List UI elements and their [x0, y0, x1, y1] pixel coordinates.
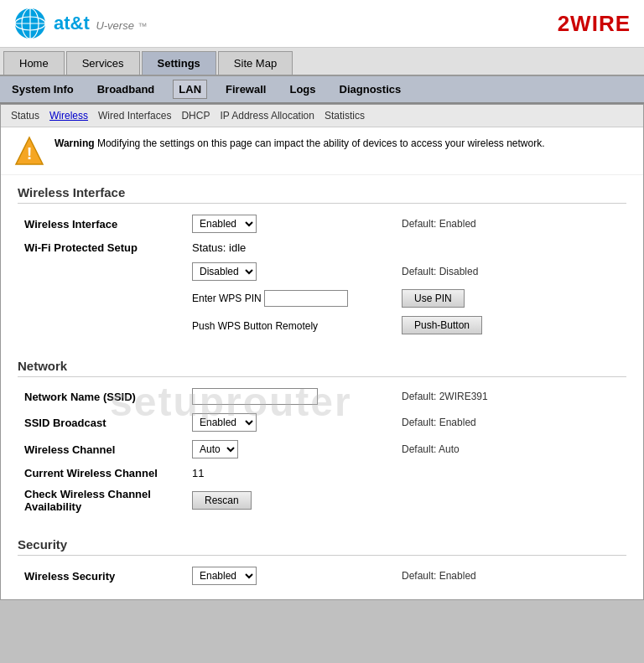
wireless-interface-title: Wireless Interface	[18, 185, 626, 204]
twowire-logo: 2WIRE	[558, 11, 631, 37]
channel-select[interactable]: Auto 1234 5678 91011	[192, 440, 238, 458]
use-pin-button[interactable]: Use PIN	[402, 289, 465, 308]
wps-default-empty	[395, 237, 626, 258]
warning-icon: !	[14, 136, 44, 166]
current-channel-default	[395, 463, 626, 484]
warning-text: Warning Modifying the settings on this p…	[55, 136, 545, 151]
content-wrapper: setuprouter ! Warning Modifying the sett…	[1, 127, 643, 599]
ssid-label: Network Name (SSID)	[18, 384, 185, 409]
nav-system-info[interactable]: System Info	[7, 80, 79, 98]
security-section: Security Wireless Security Enabled Disab…	[1, 527, 643, 599]
table-row: Push WPS Button Remotely Push-Button	[18, 312, 626, 339]
network-table: Network Name (SSID) Default: 2WIRE391 SS…	[18, 384, 626, 517]
subnav-wired-interfaces[interactable]: Wired Interfaces	[98, 110, 171, 122]
wireless-interface-table: Wireless Interface Enabled Disabled Defa…	[18, 210, 626, 339]
rescan-default	[395, 484, 626, 517]
wireless-interface-section: Wireless Interface Wireless Interface En…	[1, 175, 643, 349]
nav-lan[interactable]: LAN	[173, 80, 207, 99]
channel-label: Wireless Channel	[18, 436, 185, 463]
ssid-default: Default: 2WIRE391	[395, 384, 626, 409]
table-row: Wireless Interface Enabled Disabled Defa…	[18, 210, 626, 237]
tab-settings[interactable]: Settings	[142, 51, 216, 75]
table-row: Check Wireless ChannelAvailability Resca…	[18, 484, 626, 517]
wps-status-value: idle	[229, 241, 246, 254]
security-title: Security	[18, 537, 626, 556]
security-table: Wireless Security Enabled Disabled Defau…	[18, 562, 626, 589]
tab-sitemap[interactable]: Site Map	[218, 51, 293, 75]
svg-text:!: !	[27, 144, 33, 163]
wps-default: Default: Disabled	[395, 258, 626, 285]
table-row: Wi-Fi Protected Setup Status: idle	[18, 237, 626, 258]
subnav-dhcp[interactable]: DHCP	[181, 110, 210, 122]
network-section: Network Network Name (SSID) Default: 2WI…	[1, 349, 643, 527]
subnav-status[interactable]: Status	[11, 110, 39, 122]
att-globe-icon	[13, 7, 47, 40]
use-pin-cell: Use PIN	[395, 285, 626, 312]
wireless-security-default: Default: Enabled	[395, 562, 626, 589]
table-row: Enter WPS PIN Use PIN	[18, 285, 626, 312]
att-logo: at&t U-verse ™	[13, 7, 148, 40]
table-row: SSID Broadcast Enabled Disabled Default:…	[18, 409, 626, 436]
network-title: Network	[18, 359, 626, 377]
tab-services[interactable]: Services	[66, 51, 140, 75]
wps-pin-input[interactable]	[264, 290, 348, 307]
sub-nav: Status Wireless Wired Interfaces DHCP IP…	[1, 105, 643, 127]
push-button[interactable]: Push-Button	[402, 316, 482, 334]
current-channel-label: Current Wireless Channel	[18, 463, 185, 484]
wps-status-label: Status:	[192, 241, 229, 254]
wps-empty-label	[18, 258, 185, 285]
top-nav: Home Services Settings Site Map	[0, 48, 644, 76]
uverse-label: U-verse	[96, 19, 134, 32]
tab-home[interactable]: Home	[3, 51, 65, 75]
push-empty-label	[18, 312, 185, 339]
current-channel-cell: 11	[185, 463, 395, 484]
channel-default: Default: Auto	[395, 436, 626, 463]
subnav-wireless[interactable]: Wireless	[49, 110, 88, 122]
ssid-broadcast-cell: Enabled Disabled	[185, 409, 395, 436]
wps-select[interactable]: Disabled Enabled	[192, 262, 257, 281]
subnav-ip-allocation[interactable]: IP Address Allocation	[220, 110, 314, 122]
channel-cell: Auto 1234 5678 91011	[185, 436, 395, 463]
subnav-statistics[interactable]: Statistics	[325, 110, 365, 122]
rescan-button[interactable]: Rescan	[192, 491, 252, 510]
rescan-cell: Rescan	[185, 484, 395, 517]
push-button-cell: Push-Button	[395, 312, 626, 339]
ssid-input[interactable]	[192, 388, 318, 405]
ssid-broadcast-select[interactable]: Enabled Disabled	[192, 413, 257, 432]
nav-logs[interactable]: Logs	[284, 80, 320, 98]
wps-label: Wi-Fi Protected Setup	[18, 237, 185, 258]
table-row: Wireless Channel Auto 1234 5678 91011 De…	[18, 436, 626, 463]
wps-select-cell: Disabled Enabled	[185, 258, 395, 285]
pin-empty-label	[18, 285, 185, 312]
ssid-broadcast-label: SSID Broadcast	[18, 409, 185, 436]
current-channel-value: 11	[192, 467, 204, 479]
warning-title: Warning	[55, 137, 95, 149]
pin-cell: Enter WPS PIN	[185, 285, 395, 312]
trademark: ™	[138, 21, 148, 31]
table-row: Disabled Enabled Default: Disabled	[18, 258, 626, 285]
main-content: Status Wireless Wired Interfaces DHCP IP…	[0, 104, 644, 600]
wireless-interface-control: Enabled Disabled	[185, 210, 395, 237]
ssid-cell	[185, 384, 395, 409]
ssid-broadcast-default: Default: Enabled	[395, 409, 626, 436]
nav-broadband[interactable]: Broadband	[92, 80, 160, 98]
att-brand: at&t U-verse ™	[54, 13, 148, 34]
table-row: Wireless Security Enabled Disabled Defau…	[18, 562, 626, 589]
att-label: at&t	[54, 13, 90, 34]
enter-pin-label: Enter WPS PIN	[192, 293, 264, 304]
nav-firewall[interactable]: Firewall	[221, 80, 271, 98]
table-row: Current Wireless Channel 11	[18, 463, 626, 484]
nav-diagnostics[interactable]: Diagnostics	[335, 80, 407, 98]
wireless-security-select[interactable]: Enabled Disabled	[192, 567, 257, 585]
wireless-security-cell: Enabled Disabled	[185, 562, 395, 589]
check-channel-label: Check Wireless ChannelAvailability	[18, 484, 185, 517]
wireless-security-label: Wireless Security	[18, 562, 185, 589]
warning-message: Modifying the settings on this page can …	[95, 137, 545, 149]
wireless-interface-label: Wireless Interface	[18, 210, 185, 237]
wps-status-cell: Status: idle	[185, 237, 395, 258]
header: at&t U-verse ™ 2WIRE	[0, 0, 644, 48]
second-nav: System Info Broadband LAN Firewall Logs …	[0, 76, 644, 103]
wireless-interface-select[interactable]: Enabled Disabled	[192, 215, 257, 233]
wireless-interface-default: Default: Enabled	[395, 210, 626, 237]
table-row: Network Name (SSID) Default: 2WIRE391	[18, 384, 626, 409]
